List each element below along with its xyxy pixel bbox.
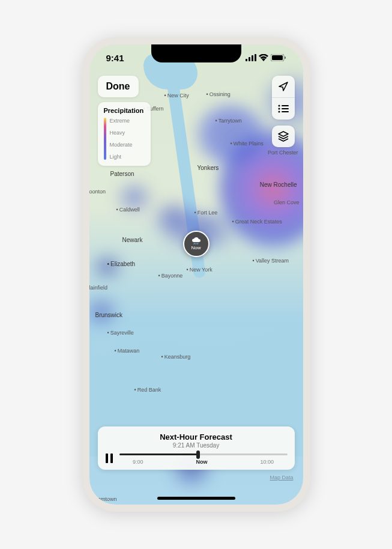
svg-rect-6 (285, 56, 286, 59)
map-label: Red Bank (134, 387, 161, 393)
svg-rect-8 (282, 105, 289, 106)
map-label: New Rochelle (260, 181, 297, 188)
map-label: lainfield (89, 285, 108, 291)
timeline-handle[interactable] (196, 450, 200, 459)
map-label: Bayonne (158, 273, 183, 279)
map-label: Paterson (110, 171, 134, 177)
map-label: Keansburg (161, 354, 191, 360)
legend-title: Precipitation (104, 107, 145, 114)
map-control-group (272, 126, 295, 147)
screen: 9:41 New City Ossining Suffern (89, 44, 303, 505)
home-indicator[interactable] (157, 497, 235, 500)
layers-button[interactable] (272, 126, 295, 147)
current-location-pin[interactable]: Now (183, 231, 210, 257)
done-button[interactable]: Done (98, 76, 139, 97)
svg-rect-2 (252, 55, 253, 61)
legend-level: Heavy (110, 130, 133, 136)
map-label: Newark (122, 237, 143, 243)
wifi-icon (259, 54, 268, 61)
phone-frame: 9:41 New City Ossining Suffern (82, 37, 310, 512)
map-label: Great Neck Estates (232, 219, 282, 225)
status-time: 9:41 (106, 53, 124, 63)
svg-rect-12 (282, 111, 289, 112)
map-label: Tarrytown (216, 118, 242, 124)
timeline-title: Next-Hour Forecast (105, 432, 288, 441)
cloud-rain-icon (191, 237, 202, 244)
legend-level: Moderate (110, 142, 133, 148)
status-indicators (246, 54, 286, 61)
map-label: Yonkers (198, 165, 219, 171)
svg-line-15 (198, 243, 198, 244)
timeline-tick: 9:00 (133, 459, 143, 465)
cellular-icon (246, 54, 256, 61)
map-label: Elizabeth (107, 261, 136, 267)
pin-label: Now (191, 245, 201, 250)
forecast-timeline-card: Next-Hour Forecast 9:21 AM Tuesday 9:00 … (98, 426, 295, 470)
map-label: Glen Cove (274, 199, 300, 205)
map-label: Fort Lee (194, 210, 218, 216)
svg-rect-16 (106, 453, 108, 463)
timeline-tick: 10:00 (261, 459, 274, 465)
svg-rect-17 (110, 453, 113, 463)
svg-line-14 (196, 243, 196, 244)
map-label: Ramtown (94, 496, 117, 502)
svg-point-11 (278, 111, 280, 113)
timeline-progress (119, 453, 199, 455)
map-label: New York (187, 267, 213, 273)
legend-level: Light (110, 154, 133, 160)
list-button[interactable] (272, 98, 295, 120)
svg-line-13 (194, 243, 194, 244)
legend-level: Extreme (110, 118, 133, 124)
map-label: Brunswick (95, 312, 123, 318)
location-arrow-icon (278, 81, 289, 92)
pause-icon (105, 453, 113, 463)
svg-point-7 (278, 105, 280, 107)
map-label: Matawan (115, 348, 140, 354)
map-label: Valley Stream (253, 258, 289, 264)
svg-rect-10 (282, 108, 289, 109)
layers-icon (278, 131, 289, 142)
map-attribution-link[interactable]: Map Data (270, 475, 293, 481)
timeline-subtitle: 9:21 AM Tuesday (105, 442, 288, 449)
timeline-tick-now: Now (196, 459, 208, 465)
map-label: New City (164, 93, 189, 99)
map-label: Sayreville (107, 330, 134, 336)
locate-button[interactable] (272, 76, 295, 97)
map-label: oonton (89, 189, 106, 195)
battery-icon (271, 54, 286, 61)
notch (151, 44, 241, 62)
svg-rect-1 (249, 57, 250, 61)
precipitation-legend: Precipitation Extreme Heavy Moderate Lig… (98, 102, 151, 166)
timeline-slider[interactable] (119, 453, 288, 455)
legend-gradient-bar (104, 118, 106, 160)
map-label: Caldwell (116, 207, 140, 213)
svg-point-9 (278, 108, 280, 110)
svg-rect-3 (255, 54, 256, 61)
map-label: White Plains (231, 141, 264, 147)
map-control-group (272, 76, 295, 120)
svg-rect-5 (272, 55, 283, 60)
svg-rect-0 (246, 59, 247, 61)
pause-button[interactable] (105, 453, 113, 465)
map-label: Ossining (207, 91, 231, 97)
map-label: Port Chester (268, 150, 298, 156)
list-bullet-icon (278, 105, 289, 113)
